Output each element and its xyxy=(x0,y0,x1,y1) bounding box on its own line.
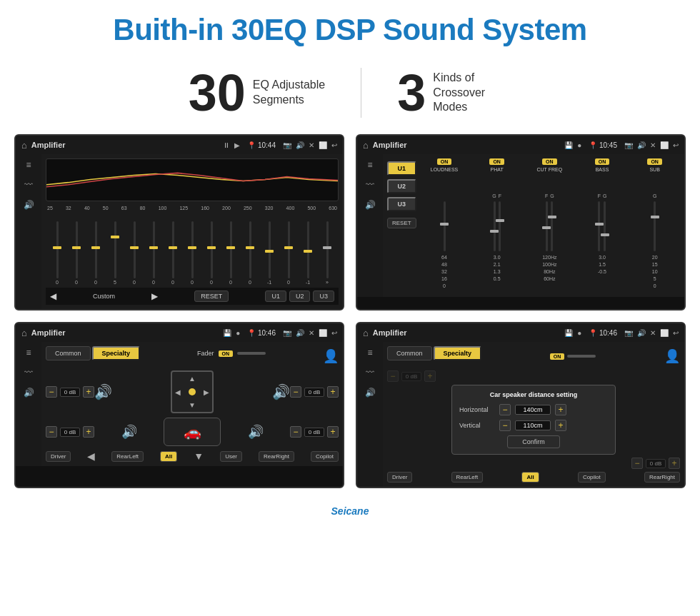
db-minus-rr[interactable]: − xyxy=(290,426,301,438)
db-right-top: − 0 dB + xyxy=(631,458,680,469)
screen3-title: Amplifier xyxy=(31,328,219,337)
crossover-stat: 3 Kinds of Crossover Modes xyxy=(361,67,547,118)
db-rear-right: − 0 dB + xyxy=(290,426,339,438)
camera-icon4: 📷 xyxy=(624,329,633,337)
horizontal-minus[interactable]: − xyxy=(499,404,511,415)
eq-slider-6: 0 xyxy=(145,221,162,285)
db-val-fl: 0 dB xyxy=(60,388,80,397)
fader-slider-4[interactable] xyxy=(567,355,596,358)
fader-slider[interactable] xyxy=(237,352,266,355)
eq-sidebar-icon[interactable]: ≡ xyxy=(26,160,31,170)
vol-sidebar-icon2[interactable]: 🔊 xyxy=(365,200,376,210)
wave-sidebar-icon4[interactable]: 〰 xyxy=(366,368,374,378)
tab-specialty-4[interactable]: Specialty xyxy=(434,346,482,360)
wave-sidebar-icon[interactable]: 〰 xyxy=(24,180,33,190)
back-icon3: ↩ xyxy=(331,329,337,337)
u1-cross-btn[interactable]: U1 xyxy=(387,161,416,176)
wave-sidebar-icon3[interactable]: 〰 xyxy=(24,368,33,378)
db-plus-rr[interactable]: + xyxy=(327,426,339,438)
screen3-topbar: ⌂ Amplifier 💾 ● 📍 10:46 📷 🔊 ✕ ⬜ ↩ xyxy=(16,323,343,342)
vertical-plus[interactable]: + xyxy=(555,420,566,431)
rear-right-btn[interactable]: RearRight xyxy=(259,451,294,462)
eq-stat: 30 EQ Adjustable Segments xyxy=(153,67,361,118)
page-title: Buith-in 30EQ DSP Sound System xyxy=(14,13,686,47)
confirm-btn[interactable]: Confirm xyxy=(507,435,560,448)
db-minus-rl[interactable]: − xyxy=(46,426,57,438)
u3-cross-btn[interactable]: U3 xyxy=(387,197,416,211)
dot-icon4: ● xyxy=(577,329,581,337)
copilot-btn-3[interactable]: Copilot xyxy=(311,451,339,462)
horizontal-value: 140cm xyxy=(515,405,551,415)
vol-sidebar-icon4[interactable]: 🔊 xyxy=(365,388,376,398)
eq-number: 30 xyxy=(189,67,246,118)
db-minus-fr[interactable]: − xyxy=(290,386,301,398)
eq-sidebar-icon4[interactable]: ≡ xyxy=(367,348,372,358)
tab-common-4[interactable]: Common xyxy=(387,346,432,360)
next-btn[interactable]: ▶ xyxy=(151,291,158,301)
loudness-col: ON LOUDNESS 64 48 32 16 0 xyxy=(419,158,470,288)
u3-btn[interactable]: U3 xyxy=(313,291,334,302)
vertical-row: Vertical − 110cm + xyxy=(459,420,608,431)
rear-right-btn-4[interactable]: RearRight xyxy=(644,472,680,483)
watermark: Seicane xyxy=(0,503,700,520)
eq-freq-labels: 25 32 40 50 63 80 100 125 160 200 250 32… xyxy=(46,206,339,211)
db-plus-fl[interactable]: + xyxy=(83,386,94,398)
horizontal-plus[interactable]: + xyxy=(555,404,566,415)
all-btn[interactable]: All xyxy=(160,451,177,462)
u2-btn[interactable]: U2 xyxy=(289,291,311,302)
db-minus-fl[interactable]: − xyxy=(46,386,57,398)
screen3-speaker: ⌂ Amplifier 💾 ● 📍 10:46 📷 🔊 ✕ ⬜ ↩ ≡ 〰 🔊 … xyxy=(14,322,344,488)
eq-slider-9: 0 xyxy=(203,221,220,285)
u2-cross-btn[interactable]: U2 xyxy=(387,179,416,193)
bass-col: ON BASS F G xyxy=(577,158,628,288)
screen2-title: Amplifier xyxy=(373,141,560,149)
screen1-time: 📍 10:44 xyxy=(247,141,276,149)
db-rear-left: − 0 dB + xyxy=(46,426,94,438)
db-plus-rl[interactable]: + xyxy=(83,426,94,438)
rear-left-btn[interactable]: RearLeft xyxy=(111,451,144,462)
volume-icon2: 🔊 xyxy=(637,141,646,149)
user-btn[interactable]: User xyxy=(220,451,242,462)
back-icon2: ↩ xyxy=(673,141,679,149)
screen2-topbar: ⌂ Amplifier 💾 ● 📍 10:45 📷 🔊 ✕ ⬜ ↩ xyxy=(357,136,684,154)
volume-icon3: 🔊 xyxy=(296,329,304,337)
reset-btn[interactable]: RESET xyxy=(194,291,229,302)
person-icon-4: 👤 xyxy=(664,348,680,364)
screen1-eq: ⌂ Amplifier ⏸ ▶ 📍 10:44 📷 🔊 ✕ ⬜ ↩ ≡ 〰 🔊 xyxy=(14,134,344,310)
vertical-minus[interactable]: − xyxy=(499,420,511,431)
eq-slider-3: 0 xyxy=(87,221,104,285)
cross-reset-btn[interactable]: RESET xyxy=(387,218,416,228)
speaker-bg: − 0 dB + xyxy=(387,370,680,382)
screen4-time: 📍 10:46 xyxy=(589,329,617,337)
dialog-overlay: − 0 dB + Car speaker distance setting Ho… xyxy=(387,370,680,455)
wave-sidebar-icon2[interactable]: 〰 xyxy=(366,180,374,190)
rear-left-btn-4[interactable]: RearLeft xyxy=(451,472,484,483)
tab-common-3[interactable]: Common xyxy=(46,346,91,360)
eq-sidebar-icon2[interactable]: ≡ xyxy=(367,160,372,170)
copilot-btn-4[interactable]: Copilot xyxy=(578,472,606,483)
down-arrow-icon: ▼ xyxy=(194,450,204,462)
prev-btn[interactable]: ◀ xyxy=(50,291,56,301)
home-icon4: ⌂ xyxy=(363,328,369,338)
distance-dialog: Car speaker distance setting Horizontal … xyxy=(451,385,616,455)
eq-sidebar-icon3[interactable]: ≡ xyxy=(26,348,31,358)
dot-icon2: ● xyxy=(577,141,581,149)
screen4-sidebar: ≡ 〰 🔊 xyxy=(357,342,383,487)
all-btn-4[interactable]: All xyxy=(521,472,539,483)
left-arrow-icon: ◀ xyxy=(87,450,95,462)
horizontal-label: Horizontal xyxy=(459,406,495,413)
tab-specialty-3[interactable]: Specialty xyxy=(92,346,141,360)
screen2-main: U1 U2 U3 RESET ON LOUDNESS xyxy=(383,154,684,297)
center-fader[interactable]: ▲ ▼ ◀ ▶ xyxy=(171,370,214,413)
driver-btn[interactable]: Driver xyxy=(46,451,71,462)
vol-sidebar-icon3[interactable]: 🔊 xyxy=(24,388,34,398)
db-plus-fr[interactable]: + xyxy=(327,386,339,398)
dot-icon3: ● xyxy=(236,329,240,337)
u1-btn[interactable]: U1 xyxy=(265,291,286,302)
save-icon2: 💾 xyxy=(564,141,573,149)
horizontal-row: Horizontal − 140cm + xyxy=(459,404,608,415)
u-col: U1 U2 U3 RESET xyxy=(387,158,416,293)
screen4-bottom-btns: Driver RearLeft All Copilot RearRight xyxy=(387,472,680,483)
driver-btn-4[interactable]: Driver xyxy=(387,472,412,483)
vol-sidebar-icon[interactable]: 🔊 xyxy=(24,200,34,210)
